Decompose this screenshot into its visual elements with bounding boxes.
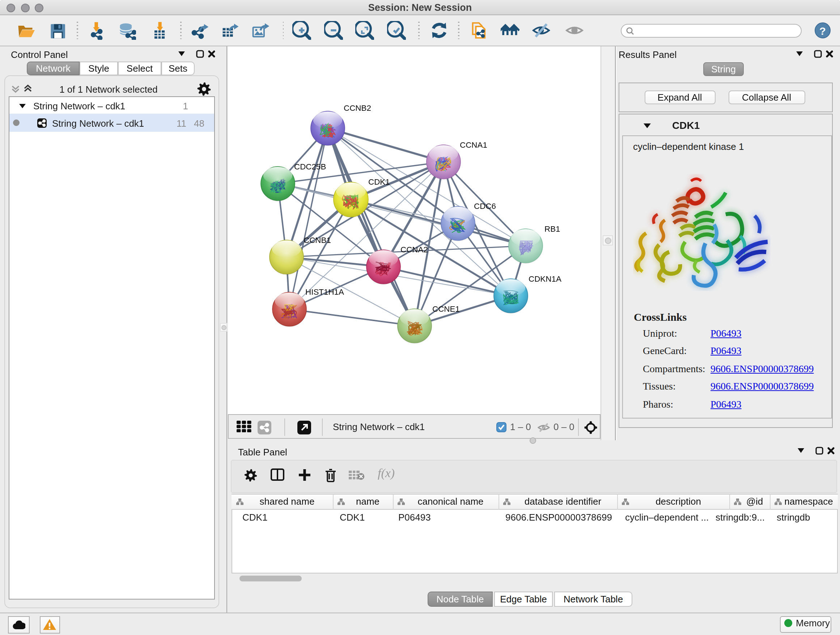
svg-text:CCNA1: CCNA1: [460, 141, 487, 149]
svg-text:CDC6: CDC6: [474, 202, 496, 211]
svg-text:CCNE1: CCNE1: [432, 304, 460, 314]
svg-text:RB1: RB1: [545, 225, 561, 233]
svg-text:CDC25B: CDC25B: [294, 162, 326, 171]
svg-text:HIST1H1A: HIST1H1A: [305, 287, 344, 296]
svg-text:CDK1: CDK1: [368, 177, 390, 187]
svg-text:CCNA2: CCNA2: [401, 245, 428, 254]
svg-text:CDKN1A: CDKN1A: [529, 274, 561, 283]
svg-text:CCNB2: CCNB2: [344, 103, 371, 112]
svg-text:CCNB1: CCNB1: [303, 236, 331, 245]
